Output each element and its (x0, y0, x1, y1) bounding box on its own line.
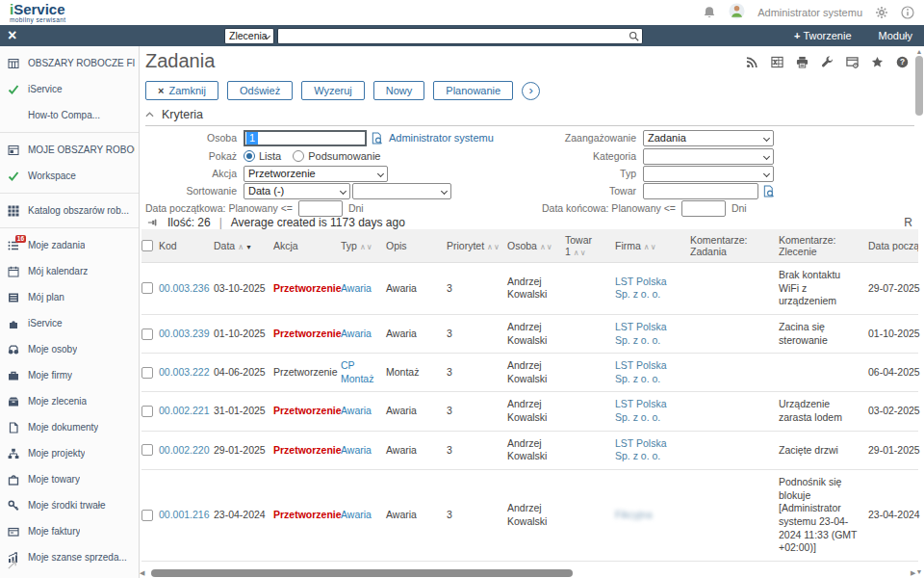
create-button[interactable]: +Tworzenie (794, 30, 852, 41)
task-type-link[interactable]: CP Montaż (341, 359, 373, 384)
sort-icons[interactable]: ∧∨ (574, 249, 587, 257)
info-icon[interactable] (901, 6, 914, 19)
osoba-input[interactable]: 1 (244, 130, 367, 146)
sidebar-item-moje-zadania[interactable]: 16Moje zadania (0, 232, 139, 258)
task-type-link[interactable]: Awaria (341, 509, 372, 520)
osoba-lookup-icon[interactable] (371, 132, 383, 144)
sidebar-item-moje-szanse-sprzeda[interactable]: Moje szanse sprzeda... (0, 544, 139, 570)
radio-lista[interactable] (244, 150, 255, 162)
row-checkbox[interactable] (141, 282, 153, 294)
row-checkbox[interactable] (141, 406, 153, 417)
notifications-bell-icon[interactable] (703, 6, 716, 19)
horizontal-scrollbar[interactable]: ◀ ▶ (140, 569, 918, 577)
close-icon[interactable]: × (8, 28, 25, 43)
search-scope-select[interactable]: Zlecenia (224, 28, 274, 44)
sidebar-item-katalog-obszarow-rob[interactable]: Katalog obszarów rob... (0, 197, 139, 223)
scroll-up-arrow[interactable]: ▲ (915, 48, 923, 56)
sidebar-item-how-to-compa[interactable]: How-to Compa... (0, 102, 139, 128)
data-koncowa-dni-input[interactable] (681, 200, 726, 217)
column-header-akcja[interactable]: Akcja (273, 229, 341, 263)
sidebar-item-moje-towary[interactable]: Moje towary (0, 466, 139, 492)
typ-select[interactable] (643, 166, 774, 182)
column-header-komentarze-zadania[interactable]: Komentarze: Zadania (690, 229, 779, 263)
column-header-data[interactable]: Data∧▼ (214, 229, 273, 263)
sidebar-item-moje-firmy[interactable]: Moje firmy (0, 362, 139, 388)
sidebar-item-moje-srodki-trwa-e[interactable]: Moje środki trwałe (0, 492, 139, 518)
scroll-down-arrow[interactable]: ▼ (915, 568, 923, 576)
column-header-opis[interactable]: Opis (386, 229, 447, 263)
sidebar-item-moje-obszary-robocze[interactable]: MOJE OBSZARY ROBOCZE (0, 137, 139, 163)
odswiez-button[interactable]: Odśwież (227, 81, 293, 100)
column-header-kod[interactable]: Kod (159, 229, 214, 263)
sidebar-item-moje-projekty[interactable]: Moje projekty (0, 440, 139, 466)
sidebar-item-moje-faktury[interactable]: Moje faktury (0, 518, 139, 544)
search-icon[interactable] (629, 31, 642, 41)
sort-desc-active-icon[interactable]: ▼ (245, 244, 252, 250)
excel-icon[interactable] (771, 56, 783, 68)
column-header-firma[interactable]: Firma∧∨ (615, 229, 690, 263)
task-code-link[interactable]: 00.003.239 (159, 328, 210, 339)
radio-podsumowanie[interactable] (293, 150, 304, 162)
vertical-scrollbar[interactable]: ▲ ▼ (915, 48, 923, 576)
row-checkbox[interactable] (141, 328, 153, 340)
app-logo[interactable]: iService mobilny serwisant (10, 2, 65, 24)
column-header-priorytet[interactable]: Priorytet∧∨ (447, 229, 507, 263)
sidebar-item-workspace[interactable]: Workspace (0, 163, 139, 189)
sortowanie-select-1[interactable]: Data (-) (244, 183, 350, 199)
nowy-button[interactable]: Nowy (373, 81, 425, 100)
print-icon[interactable] (796, 56, 808, 68)
task-code-link[interactable]: 00.003.222 (159, 366, 210, 378)
column-header-data-poczatkowa[interactable]: Data początkowa (868, 229, 918, 263)
user-name[interactable]: Administrator systemu (757, 7, 862, 18)
towar-input[interactable] (643, 183, 758, 199)
modules-button[interactable]: Moduły (879, 30, 912, 41)
column-header-typ[interactable]: Typ∧∨ (341, 229, 386, 263)
tools-icon[interactable] (821, 56, 834, 68)
akcja-select[interactable]: Przetworzenie (244, 166, 388, 182)
planowanie-button[interactable]: Planowanie (433, 81, 513, 100)
sidebar-item-moj-kalendarz[interactable]: Mój kalendarz (0, 258, 139, 284)
sidebar-item-moj-plan[interactable]: Mój plan (0, 284, 139, 310)
company-link[interactable]: LST Polska Sp. z o. o. (615, 321, 667, 346)
sidebar-item-iservice[interactable]: iService (0, 310, 139, 336)
kategoria-select[interactable] (643, 148, 774, 165)
sort-icons[interactable]: ∧∨ (540, 243, 553, 251)
rss-icon[interactable] (746, 56, 758, 68)
sortowanie-select-2[interactable] (352, 183, 451, 199)
more-actions-button[interactable]: › (522, 82, 540, 100)
row-checkbox[interactable] (141, 367, 153, 379)
company-link[interactable]: LST Polska Sp. z o. o. (615, 359, 667, 384)
task-code-link[interactable]: 00.002.221 (159, 405, 210, 416)
company-link[interactable]: LST Polska Sp. z o. o. (615, 276, 667, 301)
sidebar-item-moje-zlecenia[interactable]: Moje zlecenia (0, 388, 139, 414)
select-all-checkbox[interactable] (141, 240, 153, 251)
settings-gear-icon[interactable] (875, 6, 888, 19)
sidebar-item-iservice[interactable]: iService (0, 76, 139, 102)
expand-sidebar-icon[interactable] (7, 557, 17, 574)
sort-icons[interactable]: ∧∨ (360, 243, 373, 251)
osoba-selected-link[interactable]: Administrator systemu (389, 132, 494, 144)
task-type-link[interactable]: Awaria (341, 282, 372, 294)
task-type-link[interactable]: Awaria (341, 405, 372, 416)
task-code-link[interactable]: 00.003.236 (159, 282, 210, 294)
user-avatar[interactable] (729, 3, 745, 23)
wyzeruj-button[interactable]: Wyzeruj (301, 81, 365, 100)
sort-icons[interactable]: ∧∨ (487, 243, 500, 251)
company-link[interactable]: Fikcyjna (615, 509, 653, 520)
horizontal-scroll-thumb[interactable] (151, 569, 573, 577)
task-type-link[interactable]: Awaria (341, 328, 372, 339)
task-type-link[interactable]: Awaria (341, 444, 372, 456)
sidebar-item-moje-osoby[interactable]: Moje osoby (0, 336, 139, 362)
company-link[interactable]: LST Polska Sp. z o. o. (615, 398, 667, 423)
star-icon[interactable] (871, 56, 884, 68)
criteria-toggle[interactable]: Kryteria (145, 108, 914, 126)
zaangazowanie-select[interactable]: Zadania (643, 130, 774, 146)
column-header-osoba[interactable]: Osoba∧∨ (507, 229, 565, 263)
task-code-link[interactable]: 00.002.220 (159, 444, 210, 456)
zamknij-button[interactable]: ×Zamknij (145, 81, 218, 100)
sort-asc-icon[interactable]: ∧ (238, 243, 244, 251)
task-code-link[interactable]: 00.001.216 (159, 509, 210, 520)
data-poczatkowa-dni-input[interactable] (298, 200, 343, 217)
column-header-towar-1[interactable]: Towar 1∧∨ (565, 229, 615, 263)
sort-icons[interactable]: ∧∨ (644, 243, 657, 251)
